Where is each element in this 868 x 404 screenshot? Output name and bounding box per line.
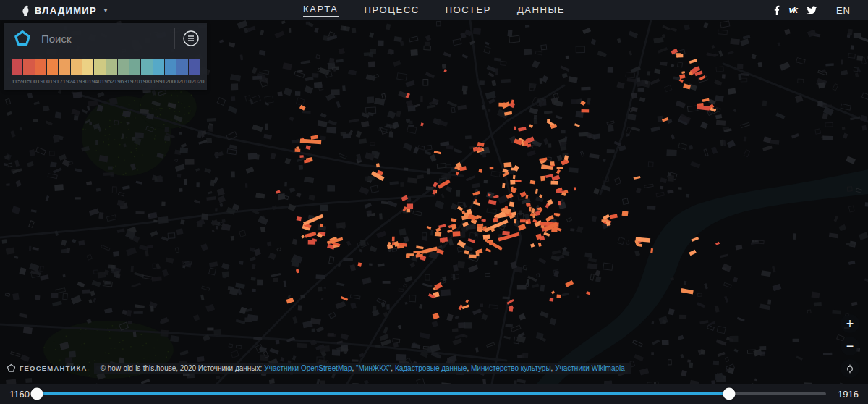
nav-item-1[interactable]: ПРОЦЕСС bbox=[365, 4, 420, 17]
map-footer: ГЕОСЕМАНТИКА © how-old-is-this.house, 20… bbox=[0, 363, 631, 374]
legend-year: 1924 bbox=[63, 78, 76, 85]
legend-year: 1970 bbox=[127, 78, 140, 85]
legend-year: 2010 bbox=[179, 78, 192, 85]
year-color-legend: 1159150019001917192419301940195219631970… bbox=[4, 54, 207, 90]
legend-swatch bbox=[141, 59, 152, 75]
legend-year: 2000 bbox=[166, 78, 179, 85]
nav-item-3[interactable]: ДАННЫЕ bbox=[517, 4, 565, 17]
search-legend-panel: 1159150019001917192419301940195219631970… bbox=[4, 23, 207, 90]
attribution-link-1[interactable]: "МинЖКХ" bbox=[356, 364, 391, 372]
legend-swatch bbox=[35, 59, 46, 75]
zoom-in-button[interactable]: + bbox=[841, 314, 859, 333]
legend-swatch bbox=[165, 59, 176, 75]
legend-swatch bbox=[82, 59, 93, 75]
slider-selected-range bbox=[37, 392, 729, 395]
legend-swatch bbox=[47, 59, 58, 75]
coat-of-arms-icon bbox=[22, 5, 30, 16]
slider-handle-right[interactable] bbox=[723, 388, 735, 400]
legend-year: 1917 bbox=[50, 78, 63, 85]
search-bar bbox=[4, 23, 207, 54]
legend-year: 1991 bbox=[153, 78, 166, 85]
attribution-link-3[interactable]: Министерство культуры bbox=[471, 364, 551, 372]
legend-year: 1159 bbox=[12, 78, 24, 85]
geosemantica-label: ГЕОСЕМАНТИКА bbox=[20, 364, 88, 372]
vk-icon[interactable]: vk bbox=[789, 5, 797, 15]
slider-end-value: 1916 bbox=[838, 389, 868, 400]
attribution-link-0[interactable]: Участники OpenStreetMap bbox=[264, 364, 352, 372]
legend-swatch bbox=[106, 59, 117, 75]
locate-button[interactable] bbox=[841, 359, 859, 378]
geosemantica-logo[interactable]: ГЕОСЕМАНТИКА bbox=[0, 363, 94, 374]
legend-year: 1981 bbox=[140, 78, 153, 85]
chevron-down-icon: ▾ bbox=[104, 7, 108, 14]
list-icon bbox=[182, 30, 200, 47]
legend-swatch bbox=[23, 59, 34, 75]
layers-list-button[interactable] bbox=[175, 23, 207, 54]
city-name: ВЛАДИМИР bbox=[35, 5, 97, 16]
attribution-link-4[interactable]: Участники Wikimapia bbox=[555, 364, 625, 372]
slider-track[interactable] bbox=[37, 392, 826, 395]
legend-swatch bbox=[12, 59, 22, 75]
legend-swatch bbox=[118, 59, 129, 75]
nav-item-2[interactable]: ПОСТЕР bbox=[446, 4, 491, 17]
attribution-prefix: © how-old-is-this.house, 2020 Источники … bbox=[101, 364, 263, 372]
nav-item-0[interactable]: КАРТА bbox=[303, 4, 339, 17]
attribution-link-2[interactable]: Кадастровые данные bbox=[395, 364, 467, 372]
legend-year: 1952 bbox=[101, 78, 114, 85]
legend-year: 1900 bbox=[37, 78, 50, 85]
legend-swatch bbox=[189, 59, 200, 75]
geosemantica-pentagon-icon bbox=[7, 363, 16, 373]
legend-year: 1963 bbox=[114, 78, 127, 85]
legend-swatch bbox=[71, 59, 82, 75]
legend-swatch bbox=[129, 59, 140, 75]
locate-icon bbox=[845, 363, 855, 375]
search-input[interactable] bbox=[31, 32, 174, 46]
legend-swatch bbox=[94, 59, 105, 75]
legend-year: 1940 bbox=[88, 78, 101, 85]
slider-handle-left[interactable] bbox=[30, 388, 43, 400]
legend-year-labels: 1159150019001917192419301940195219631970… bbox=[12, 78, 200, 85]
legend-swatch bbox=[153, 59, 164, 75]
zoom-out-button[interactable]: − bbox=[841, 337, 859, 355]
legend-year: 2020 bbox=[192, 78, 205, 85]
slider-start-value: 1160 bbox=[0, 389, 30, 400]
legend-swatches bbox=[12, 59, 200, 75]
attribution: © how-old-is-this.house, 2020 Источники … bbox=[94, 363, 631, 374]
app-logo-pentagon-icon bbox=[14, 30, 31, 47]
language-toggle[interactable]: EN bbox=[836, 5, 851, 16]
legend-swatch bbox=[59, 59, 69, 75]
legend-year: 1930 bbox=[75, 78, 88, 85]
top-bar: ВЛАДИМИР ▾ КАРТАПРОЦЕССПОСТЕРДАННЫЕ vk E… bbox=[0, 0, 868, 20]
legend-year: 1500 bbox=[24, 78, 37, 85]
city-selector[interactable]: ВЛАДИМИР ▾ bbox=[0, 5, 108, 16]
main-nav: КАРТАПРОЦЕССПОСТЕРДАННЫЕ bbox=[303, 4, 565, 17]
social-links: vk bbox=[774, 5, 817, 15]
twitter-icon[interactable] bbox=[807, 6, 817, 15]
attribution-links: Участники OpenStreetMap, "МинЖКХ", Кадас… bbox=[264, 364, 625, 372]
map-container[interactable]: 1159150019001917192419301940195219631970… bbox=[0, 20, 868, 384]
map-controls: + − bbox=[841, 314, 859, 378]
legend-swatch bbox=[176, 59, 187, 75]
facebook-icon[interactable] bbox=[774, 5, 780, 15]
year-range-slider: 1160 1916 bbox=[0, 384, 868, 404]
